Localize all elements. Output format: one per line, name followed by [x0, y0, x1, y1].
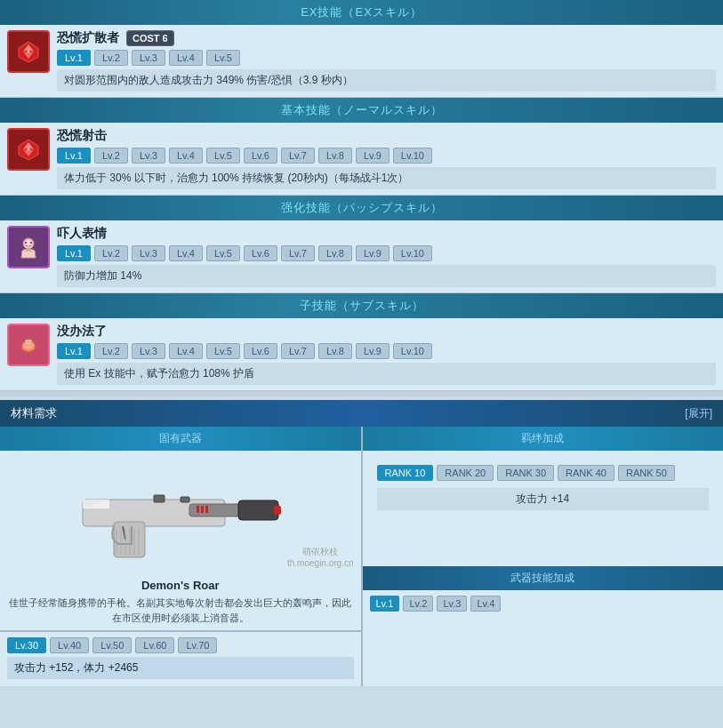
- level-tab-Lv.5[interactable]: Lv.5: [206, 50, 240, 66]
- materials-title: 材料需求: [11, 405, 57, 421]
- passive-skill-row: 吓人表情 Lv.1Lv.2Lv.3Lv.4Lv.5Lv.6Lv.7Lv.8Lv.…: [0, 220, 723, 293]
- passive-level-tabs[interactable]: Lv.1Lv.2Lv.3Lv.4Lv.5Lv.6Lv.7Lv.8Lv.9Lv.1…: [57, 245, 716, 261]
- level-tab-Lv.7[interactable]: Lv.7: [281, 245, 315, 261]
- rank-tabs[interactable]: RANK 10RANK 20RANK 30RANK 40RANK 50: [370, 458, 717, 488]
- weapon-column: 固有武器: [0, 427, 363, 686]
- sub-skill-name: 没办法了: [57, 324, 107, 340]
- level-tab-Lv.3[interactable]: Lv.3: [132, 148, 165, 164]
- level-tab-Lv.8[interactable]: Lv.8: [318, 343, 352, 359]
- svg-point-5: [30, 242, 32, 244]
- svg-point-4: [25, 242, 27, 244]
- ex-skill-info: 恐慌扩散者 COST 6 Lv.1Lv.2Lv.3Lv.4Lv.5 对圆形范围内…: [57, 30, 716, 92]
- level-tab-Lv.8[interactable]: Lv.8: [318, 148, 352, 164]
- svg-rect-11: [238, 500, 278, 520]
- lv-tabs[interactable]: Lv.30Lv.40Lv.50Lv.60Lv.70: [0, 632, 361, 657]
- level-tab-Lv.9[interactable]: Lv.9: [356, 148, 390, 164]
- lv-tab-Lv.40[interactable]: Lv.40: [50, 637, 89, 653]
- weapon-description: 佳世子经常随身携带的手枪。名副其实地每次射击都会发出巨大的轰鸣声，因此在市区使用…: [0, 594, 361, 630]
- svg-point-0: [27, 50, 30, 53]
- weapon-image: [65, 460, 296, 566]
- ex-level-tabs[interactable]: Lv.1Lv.2Lv.3Lv.4Lv.5: [57, 50, 716, 66]
- rank-tab-RANK-50[interactable]: RANK 50: [618, 465, 675, 481]
- level-tab-Lv.5[interactable]: Lv.5: [206, 343, 240, 359]
- weapon-bond-columns: 固有武器: [0, 427, 723, 686]
- basic-level-tabs[interactable]: Lv.1Lv.2Lv.3Lv.4Lv.5Lv.6Lv.7Lv.8Lv.9Lv.1…: [57, 148, 716, 164]
- sub-skill-icon: [7, 324, 50, 366]
- rank-tab-RANK-10[interactable]: RANK 10: [377, 465, 434, 481]
- lv-tab-Lv.50[interactable]: Lv.50: [92, 637, 132, 653]
- passive-skill-name: 吓人表情: [57, 226, 107, 242]
- level-tab-Lv.2[interactable]: Lv.2: [94, 50, 128, 66]
- level-tab-Lv.2[interactable]: Lv.2: [94, 148, 128, 164]
- basic-skill-header: 基本技能（ノーマルスキル）: [0, 98, 723, 123]
- svg-rect-21: [154, 495, 165, 502]
- level-tab-Lv.7[interactable]: Lv.7: [281, 343, 315, 359]
- level-tab-Lv.1[interactable]: Lv.1: [57, 343, 91, 359]
- level-tab-Lv.9[interactable]: Lv.9: [356, 245, 390, 261]
- weapon-skill-level-tabs[interactable]: Lv.1Lv.2Lv.3Lv.4: [363, 590, 724, 615]
- weapon-image-area: 萌依秋枝 th.moegin.org.cn: [0, 451, 361, 575]
- sub-skill-header: 子技能（サブスキル）: [0, 293, 723, 318]
- svg-rect-22: [181, 497, 189, 502]
- basic-skill-info: 恐慌射击 Lv.1Lv.2Lv.3Lv.4Lv.5Lv.6Lv.7Lv.8Lv.…: [57, 128, 716, 189]
- sub-level-tabs[interactable]: Lv.1Lv.2Lv.3Lv.4Lv.5Lv.6Lv.7Lv.8Lv.9Lv.1…: [57, 343, 716, 359]
- weapon-name: Demon's Roar: [0, 575, 361, 594]
- level-tab-Lv.6[interactable]: Lv.6: [244, 343, 277, 359]
- level-tab-Lv.9[interactable]: Lv.9: [356, 343, 390, 359]
- ex-skill-name: 恐慌扩散者: [57, 30, 119, 46]
- level-tab-Lv.5[interactable]: Lv.5: [206, 148, 240, 164]
- level-tab-Lv.4[interactable]: Lv.4: [169, 343, 203, 359]
- level-tab-Lv.2[interactable]: Lv.2: [94, 245, 128, 261]
- level-tab-Lv.6[interactable]: Lv.6: [244, 245, 277, 261]
- level-tab-Lv.8[interactable]: Lv.8: [318, 245, 352, 261]
- expand-button[interactable]: [展开]: [685, 406, 712, 421]
- svg-rect-25: [205, 506, 208, 513]
- basic-skill-name: 恐慌射击: [57, 128, 107, 144]
- ex-skill-desc: 对圆形范围内的敌人造成攻击力 349% 伤害/恐惧（3.9 秒内）: [57, 69, 716, 92]
- rank-stat: 攻击力 +14: [377, 488, 710, 510]
- level-tab-Lv.7[interactable]: Lv.7: [281, 148, 315, 164]
- sub-skill-row: 没办法了 Lv.1Lv.2Lv.3Lv.4Lv.5Lv.6Lv.7Lv.8Lv.…: [0, 318, 723, 391]
- rank-tab-RANK-30[interactable]: RANK 30: [497, 465, 554, 481]
- level-tab-Lv.1[interactable]: Lv.1: [57, 245, 91, 261]
- level-tab-Lv.3[interactable]: Lv.3: [132, 50, 165, 66]
- ex-skill-header: EX技能（EXスキル）: [0, 0, 723, 25]
- passive-skill-desc: 防御力增加 14%: [57, 265, 716, 287]
- level-tab-Lv.5[interactable]: Lv.5: [206, 245, 240, 261]
- weapon-skill-lv-Lv.2[interactable]: Lv.2: [403, 596, 433, 612]
- level-tab-Lv.6[interactable]: Lv.6: [244, 148, 277, 164]
- level-tab-Lv.4[interactable]: Lv.4: [169, 148, 203, 164]
- svg-rect-24: [201, 506, 204, 513]
- weapon-skill-content: [363, 615, 724, 686]
- cost-badge: COST 6: [126, 30, 174, 46]
- sub-skill-desc: 使用 Ex 技能中，赋予治愈力 108% 护盾: [57, 363, 716, 385]
- bond-col-header: 羁绊加成: [363, 427, 724, 451]
- rank-tab-RANK-20[interactable]: RANK 20: [437, 465, 494, 481]
- basic-skill-desc: 体力低于 30% 以下时，治愈力 100% 持续恢复 (20秒内)（每场战斗1次…: [57, 167, 716, 189]
- level-tab-Lv.4[interactable]: Lv.4: [169, 245, 203, 261]
- rank-tab-RANK-40[interactable]: RANK 40: [558, 465, 615, 481]
- weapon-skill-lv-Lv.1[interactable]: Lv.1: [370, 596, 400, 612]
- passive-skill-header: 强化技能（パッシブスキル）: [0, 196, 723, 220]
- weapon-lv-row: Lv.30Lv.40Lv.50Lv.60Lv.70 攻击力 +152，体力 +2…: [0, 630, 361, 684]
- basic-skill-icon: [7, 128, 50, 171]
- level-tab-Lv.2[interactable]: Lv.2: [94, 343, 128, 359]
- level-tab-Lv.3[interactable]: Lv.3: [132, 343, 165, 359]
- lv-tab-Lv.30[interactable]: Lv.30: [7, 637, 46, 653]
- passive-skill-info: 吓人表情 Lv.1Lv.2Lv.3Lv.4Lv.5Lv.6Lv.7Lv.8Lv.…: [57, 226, 716, 287]
- level-tab-Lv.1[interactable]: Lv.1: [57, 148, 91, 164]
- ex-skill-row: 恐慌扩散者 COST 6 Lv.1Lv.2Lv.3Lv.4Lv.5 对圆形范围内…: [0, 25, 723, 98]
- svg-point-1: [27, 148, 30, 151]
- level-tab-Lv.10[interactable]: Lv.10: [393, 343, 432, 359]
- level-tab-Lv.10[interactable]: Lv.10: [393, 148, 432, 164]
- materials-header: 材料需求 [展开]: [0, 400, 723, 427]
- weapon-skill-lv-Lv.4[interactable]: Lv.4: [470, 596, 501, 612]
- level-tab-Lv.10[interactable]: Lv.10: [393, 245, 432, 261]
- level-tab-Lv.3[interactable]: Lv.3: [132, 245, 165, 261]
- lv-tab-Lv.60[interactable]: Lv.60: [135, 637, 174, 653]
- level-tab-Lv.1[interactable]: Lv.1: [57, 50, 91, 66]
- lv-tab-Lv.70[interactable]: Lv.70: [178, 637, 217, 653]
- watermark: 萌依秋枝 th.moegin.org.cn: [287, 546, 354, 568]
- level-tab-Lv.4[interactable]: Lv.4: [169, 50, 203, 66]
- weapon-skill-lv-Lv.3[interactable]: Lv.3: [437, 596, 467, 612]
